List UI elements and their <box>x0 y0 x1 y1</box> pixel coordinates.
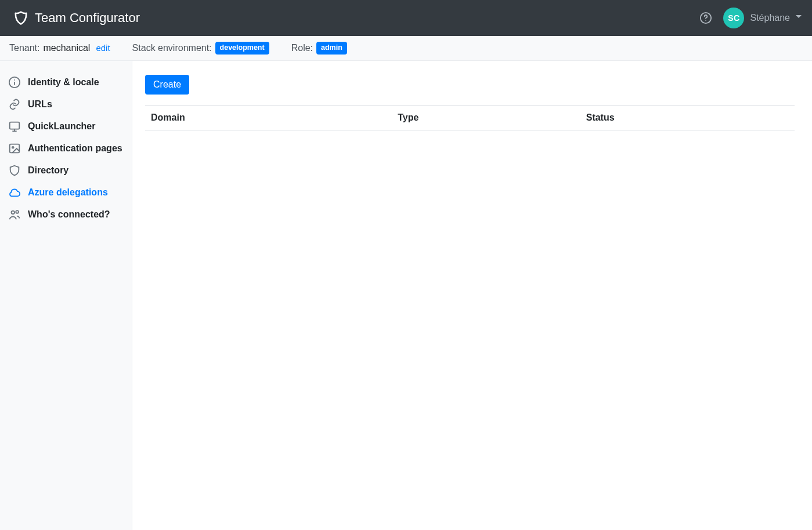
image-icon <box>8 142 21 155</box>
tenant-value: mechanical <box>43 43 90 53</box>
stack-label: Stack environment: <box>132 43 212 53</box>
sidebar-item-label: Who's connected? <box>28 209 110 220</box>
role-info: Role: admin <box>291 42 347 55</box>
chevron-down-icon <box>796 15 802 21</box>
user-menu[interactable]: SC Stéphane <box>723 8 802 28</box>
role-badge: admin <box>316 42 347 55</box>
tenant-info: Tenant: mechanical edit <box>9 43 110 53</box>
avatar: SC <box>723 8 744 28</box>
tenant-edit-link[interactable]: edit <box>96 43 110 53</box>
sidebar-item-label: Directory <box>28 165 68 176</box>
column-header-domain[interactable]: Domain <box>145 105 392 130</box>
context-bar: Tenant: mechanical edit Stack environmen… <box>0 36 812 61</box>
svg-point-9 <box>12 146 14 148</box>
svg-point-4 <box>14 79 15 80</box>
column-header-status[interactable]: Status <box>580 105 795 130</box>
sidebar-item-directory[interactable]: Directory <box>0 159 132 181</box>
role-label: Role: <box>291 43 313 53</box>
app-title: Team Configurator <box>35 10 140 26</box>
top-navbar: Team Configurator SC Stéphane <box>0 0 812 36</box>
cloud-icon <box>8 186 21 199</box>
shield-logo-icon <box>13 10 29 26</box>
sidebar-item-quicklauncher[interactable]: QuickLauncher <box>0 115 132 137</box>
tenant-label: Tenant: <box>9 43 39 53</box>
sidebar-item-whos-connected[interactable]: Who's connected? <box>0 204 132 226</box>
sidebar-item-azure-delegations[interactable]: Azure delegations <box>0 181 132 204</box>
stack-env-info: Stack environment: development <box>132 42 269 55</box>
sidebar-item-label: Azure delegations <box>28 187 108 198</box>
sidebar: Identity & locale URLs QuickLauncher Aut… <box>0 61 132 531</box>
sidebar-item-identity-locale[interactable]: Identity & locale <box>0 71 132 93</box>
monitor-icon <box>8 120 21 133</box>
sidebar-item-label: URLs <box>28 99 52 110</box>
main-content: Create Domain Type Status <box>132 61 812 531</box>
svg-point-11 <box>16 210 19 213</box>
help-icon[interactable] <box>699 11 713 25</box>
user-name: Stéphane <box>750 13 790 23</box>
svg-point-1 <box>706 20 706 21</box>
sidebar-item-label: Identity & locale <box>28 77 99 88</box>
shield-icon <box>8 164 21 177</box>
info-icon <box>8 76 21 89</box>
svg-point-10 <box>12 210 15 214</box>
users-icon <box>8 208 21 221</box>
link-icon <box>8 98 21 111</box>
brand[interactable]: Team Configurator <box>13 10 140 26</box>
svg-rect-5 <box>10 122 20 129</box>
sidebar-item-auth-pages[interactable]: Authentication pages <box>0 137 132 159</box>
create-button[interactable]: Create <box>145 75 189 95</box>
delegations-table: Domain Type Status <box>145 105 795 130</box>
sidebar-item-label: Authentication pages <box>28 143 122 154</box>
sidebar-item-label: QuickLauncher <box>28 121 95 132</box>
svg-rect-8 <box>10 144 20 153</box>
sidebar-item-urls[interactable]: URLs <box>0 93 132 115</box>
column-header-type[interactable]: Type <box>392 105 580 130</box>
stack-env-badge: development <box>215 42 269 55</box>
